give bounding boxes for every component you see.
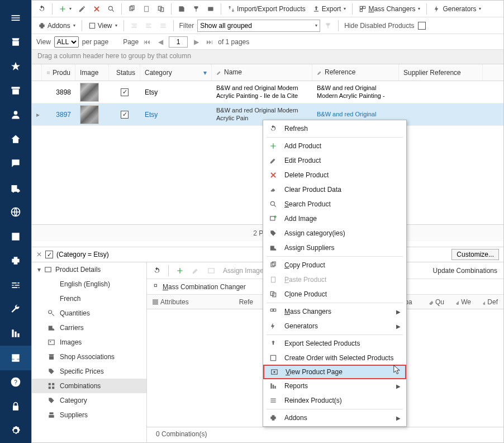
ctx-export-selected[interactable]: Export Selected Products (263, 336, 406, 351)
col-category[interactable]: Category▾ (140, 64, 212, 81)
ctx-create-order[interactable]: Create Order with Selected Products (263, 351, 406, 365)
filter-clear-button[interactable] (321, 19, 335, 32)
nav-lang-en[interactable]: English (English) (32, 277, 146, 291)
last-page-button[interactable]: ⏭ (205, 37, 215, 47)
nav-shop-assoc[interactable]: Shop Associations (32, 350, 146, 364)
ctx-assign-categories[interactable]: Assign category(ies) (263, 226, 406, 241)
star-icon[interactable] (0, 54, 31, 78)
tool-b-button[interactable] (189, 2, 203, 16)
paste-button[interactable] (140, 2, 153, 16)
nav-lang-fr[interactable]: French (32, 291, 146, 306)
nav-category[interactable]: Category (32, 393, 146, 408)
store-icon[interactable] (0, 30, 31, 54)
col-reference[interactable]: Reference (312, 64, 399, 81)
next-page-button[interactable]: ▶ (191, 37, 201, 47)
globe-icon[interactable] (0, 200, 31, 224)
ctx-delete-product[interactable]: Delete Product (263, 168, 406, 182)
col-product[interactable]: Produ (42, 64, 75, 81)
detail-add-button[interactable] (173, 264, 187, 277)
ctx-generators[interactable]: Generators▶ (263, 319, 406, 333)
prev-page-button[interactable]: ◀ (155, 37, 165, 47)
archive-icon[interactable] (0, 78, 31, 102)
ctx-mass-changers[interactable]: Mass Changers▶ (263, 304, 406, 319)
chat-icon[interactable] (0, 152, 31, 176)
indent-right-button[interactable] (142, 19, 155, 32)
ctx-addons[interactable]: Addons▶ (263, 411, 406, 425)
addons-button[interactable]: Addons▾ (35, 19, 78, 32)
sliders-icon[interactable] (0, 273, 31, 297)
col-name[interactable]: Name (212, 64, 312, 81)
export-button[interactable]: Export▾ (310, 2, 349, 16)
nav-suppliers[interactable]: Suppliers (32, 408, 146, 422)
ctx-copy-product[interactable]: Copy Product (263, 258, 406, 272)
ctx-clone-product[interactable]: Clone Product (263, 287, 406, 301)
chip-close-icon[interactable]: ✕ (36, 251, 42, 258)
ctx-assign-suppliers[interactable]: Assign Suppliers (263, 241, 406, 255)
ctx-reports[interactable]: Reports▶ (263, 379, 406, 393)
add-button[interactable]: ▾ (56, 2, 74, 16)
detail-img-button[interactable] (205, 264, 218, 277)
mass-combination-button[interactable]: Mass Combination Changer (150, 280, 249, 294)
gear-icon[interactable] (0, 418, 31, 442)
ctx-refresh[interactable]: Refresh (263, 121, 406, 136)
col-def[interactable]: Def (477, 296, 503, 308)
inbox-icon[interactable] (0, 346, 31, 370)
nav-combinations[interactable]: Combinations (32, 379, 146, 393)
help-icon[interactable]: ? (0, 370, 31, 394)
ctx-search-product[interactable]: Search Product (263, 197, 406, 211)
customize-button[interactable]: Customize... (451, 249, 499, 260)
chip-checkbox[interactable] (45, 251, 53, 258)
ctx-clear-data[interactable]: Clear Product Data (263, 182, 406, 197)
tool-a-button[interactable] (175, 2, 188, 16)
ctx-paste-product[interactable]: Paste Product (263, 272, 406, 287)
delete-button[interactable] (90, 2, 103, 16)
lock-icon[interactable] (0, 394, 31, 418)
search-button[interactable] (104, 2, 118, 16)
update-combinations-button[interactable]: Update Combinations (430, 264, 500, 277)
copy-button[interactable] (125, 2, 139, 16)
import-export-button[interactable]: Import/Export Products (225, 2, 308, 16)
per-page-select[interactable]: ALL (54, 36, 79, 48)
user-icon[interactable] (0, 103, 31, 127)
table-row[interactable]: 3898 Etsy B&W and red Original Modern Ac… (32, 81, 503, 103)
home-icon[interactable] (0, 127, 31, 151)
col-attributes[interactable]: Attributes (147, 296, 231, 308)
ctx-reindex[interactable]: Reindex Product(s) (263, 393, 406, 408)
collapse-button[interactable] (156, 19, 170, 32)
page-input[interactable] (169, 36, 188, 48)
view-button[interactable]: View▾ (85, 19, 120, 32)
wrench-icon[interactable] (0, 297, 31, 321)
detail-nav-head[interactable]: ▾Product Details (32, 262, 146, 277)
bar-icon[interactable] (0, 322, 31, 346)
nav-specific-prices[interactable]: Specific Prices (32, 364, 146, 379)
first-page-button[interactable]: ⏮ (142, 37, 152, 47)
col-supplier-ref[interactable]: Supplier Reference (399, 64, 483, 81)
nav-images[interactable]: Images (32, 335, 146, 350)
nav-carriers[interactable]: Carriers (32, 321, 146, 335)
puzzle-icon[interactable] (0, 248, 31, 272)
tool-c-button[interactable] (204, 2, 217, 16)
col-image[interactable]: Image (75, 64, 109, 81)
generators-button[interactable]: Generators▾ (430, 2, 484, 16)
edit-button[interactable] (75, 2, 89, 16)
detail-refresh-button[interactable] (150, 264, 164, 277)
indent-left-button[interactable] (127, 19, 141, 32)
group-bar[interactable]: Drag a column header here to group by th… (32, 50, 503, 64)
menu-icon[interactable] (0, 6, 31, 30)
refresh-button[interactable] (35, 2, 49, 16)
ctx-edit-product[interactable]: Edit Product (263, 153, 406, 168)
truck-icon[interactable] (0, 176, 31, 200)
col-we[interactable]: We (450, 296, 477, 308)
chart-icon[interactable] (0, 224, 31, 248)
status-checkbox[interactable] (121, 111, 129, 119)
ctx-add-product[interactable]: Add Product (263, 139, 406, 153)
ctx-view-product-page[interactable]: View Product Page (263, 365, 406, 379)
clone-button[interactable] (154, 2, 168, 16)
mass-changers-button[interactable]: Mass Changers▾ (356, 2, 423, 16)
detail-edit-button[interactable] (189, 264, 202, 277)
hide-disabled-checkbox[interactable] (418, 22, 426, 30)
col-status[interactable]: Status (109, 64, 140, 81)
nav-quantities[interactable]: Quantities (32, 306, 146, 321)
status-checkbox[interactable] (121, 88, 129, 96)
filter-select[interactable]: Show all grouped▾ (197, 20, 320, 32)
